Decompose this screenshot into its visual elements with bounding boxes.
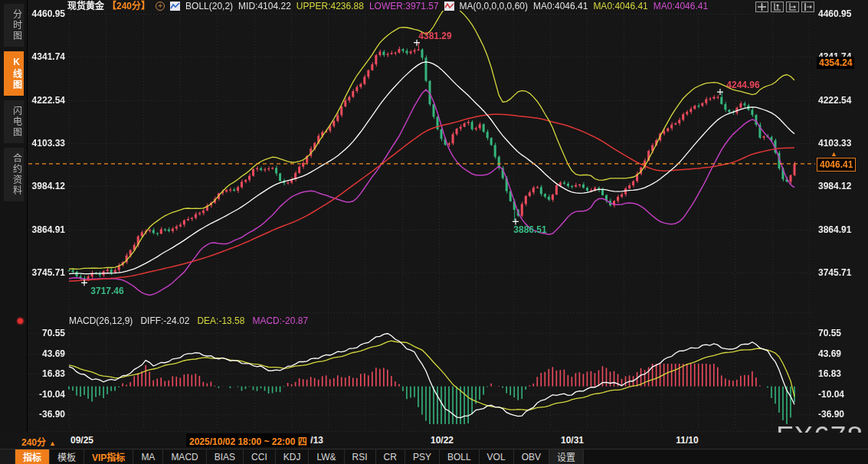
macd-indicator-bar: MACD(26,12,9) DIFF:-24.02 DEA:-13.58 MAC… bbox=[69, 315, 308, 326]
y-axis-label-left: 4222.54 bbox=[28, 95, 65, 106]
window-icons bbox=[755, 2, 814, 12]
current-price-tag: 4046.41 bbox=[817, 158, 856, 172]
y-axis-label-left: 3864.91 bbox=[28, 224, 65, 235]
macd-axis-label-left: 43.69 bbox=[28, 348, 65, 359]
y-axis-label-left: 4341.74 bbox=[28, 51, 65, 62]
toolbar-item-7[interactable]: CCI bbox=[244, 449, 276, 464]
sidebar-item-4[interactable]: 合约资料 bbox=[4, 148, 24, 201]
circle-plus-icon[interactable]: + bbox=[156, 2, 165, 11]
y-axis-label-right: 3745.71 bbox=[818, 267, 855, 278]
chart-application: 现货黄金 【240分】 + BOLL(20,2) MID:4104.22 UPP… bbox=[0, 0, 868, 464]
toolbar-item-16[interactable]: 设置 bbox=[549, 449, 584, 464]
ma-name: MA(0,0,0,0,0,60) bbox=[460, 1, 528, 11]
x-axis-tick: 11/10 bbox=[657, 435, 718, 446]
toolbar-item-10[interactable]: RSI bbox=[345, 449, 376, 464]
toolbar-item-4[interactable]: MA bbox=[133, 449, 163, 464]
sidebar-item-2[interactable]: K线图 bbox=[4, 51, 24, 96]
y-axis-label-right: 4460.95 bbox=[818, 8, 855, 19]
macd-axis-label-right: 43.69 bbox=[818, 348, 855, 359]
period-text: 240分 bbox=[21, 437, 46, 448]
macd-dea-value: DEA:-13.58 bbox=[197, 315, 244, 326]
toolbar-item-3[interactable]: VIP指标 bbox=[84, 449, 133, 464]
top-indicator-bar: 现货黄金 【240分】 + BOLL(20,2) MID:4104.22 UPP… bbox=[67, 1, 708, 11]
x-axis-tick: 10/31 bbox=[542, 435, 603, 446]
symbol-name: 现货黄金 bbox=[67, 1, 104, 11]
macd-diff-value: DIFF:-24.02 bbox=[140, 315, 189, 326]
toolbar-item-5[interactable]: MACD bbox=[163, 449, 206, 464]
selected-bar-date: 2025/10/02 18:00 ~ 22:00 四 bbox=[186, 433, 310, 447]
y-axis-label-left: 3984.12 bbox=[28, 181, 65, 191]
x-axis-row: 240分▲ 09/2510/1310/2210/3111/10 2025/10/… bbox=[0, 433, 868, 449]
toolbar-item-2[interactable]: 模板 bbox=[50, 449, 84, 464]
y-axis-label-left: 3745.71 bbox=[28, 267, 65, 278]
toolbar-item-6[interactable]: BIAS bbox=[207, 449, 244, 464]
macd-axis-label-left: 16.83 bbox=[28, 368, 65, 379]
macd-macd-value: MACD:-20.87 bbox=[252, 315, 308, 326]
toolbar-item-13[interactable]: BOLL bbox=[440, 449, 480, 464]
toolbar-item-12[interactable]: PSY bbox=[405, 449, 440, 464]
price-annotation-1: 4381.29 bbox=[418, 31, 451, 41]
upper-price-tag: 4354.24 bbox=[817, 57, 854, 69]
macd-axis-label-left: -36.90 bbox=[28, 409, 65, 420]
boll-lower-value: LOWER:3971.57 bbox=[369, 1, 439, 11]
toolbar-item-15[interactable]: OBV bbox=[514, 449, 549, 464]
macd-axis-label-right: -10.04 bbox=[818, 389, 855, 400]
y-axis-label-left: 4460.95 bbox=[28, 8, 65, 19]
macd-axis-label-right: 70.55 bbox=[818, 328, 855, 338]
zoom-horizontal-icon[interactable] bbox=[786, 2, 799, 12]
boll-name: BOLL(20,2) bbox=[185, 1, 233, 11]
price-annotation-4: 3717.46 bbox=[90, 286, 123, 296]
ma-indicator-icon bbox=[444, 2, 454, 11]
bottom-toolbar: 指标模板VIP指标MAMACDBIASCCIKDJLW&RSICRPSYBOLL… bbox=[0, 449, 868, 464]
toolbar-item-11[interactable]: CR bbox=[376, 449, 405, 464]
toolbar-item-14[interactable]: VOL bbox=[480, 449, 514, 464]
zoom-vertical-icon[interactable] bbox=[771, 2, 784, 12]
shift-right-icon[interactable] bbox=[801, 2, 814, 12]
sidebar-item-3[interactable]: 闪电图 bbox=[4, 100, 24, 143]
y-axis-label-right: 3984.12 bbox=[818, 181, 855, 191]
toolbar-item-8[interactable]: KDJ bbox=[276, 449, 310, 464]
left-sidebar: 分时图K线图闪电图合约资料 ✹ bbox=[0, 0, 28, 438]
sidebar-item-1[interactable]: 分时图 bbox=[4, 4, 24, 47]
price-annotation-2: 4244.96 bbox=[726, 80, 759, 90]
macd-axis-label-right: 16.83 bbox=[818, 368, 855, 379]
pan-icon[interactable] bbox=[755, 2, 768, 12]
period-badge: 【240分】 bbox=[107, 1, 150, 11]
toolbar-item-9[interactable]: LW& bbox=[309, 449, 344, 464]
x-axis-tick: 10/22 bbox=[411, 435, 473, 446]
y-axis-label-right: 3864.91 bbox=[818, 224, 855, 235]
ma-value-2: MA0:4046.41 bbox=[593, 1, 647, 11]
x-axis-tick: 09/25 bbox=[51, 435, 113, 446]
boll-mid-value: MID:4104.22 bbox=[238, 1, 291, 11]
boll-indicator-icon bbox=[170, 2, 180, 11]
y-axis-label-right: 4103.33 bbox=[818, 138, 855, 149]
toolbar-corner-button[interactable] bbox=[0, 449, 15, 464]
ma-value-3: MA0:4046.41 bbox=[653, 1, 708, 11]
y-axis-label-right: 4222.54 bbox=[818, 95, 855, 106]
macd-axis-label-right: -36.90 bbox=[818, 409, 855, 420]
macd-axis-label-left: -10.04 bbox=[28, 389, 65, 400]
macd-axis-label-left: 70.55 bbox=[28, 328, 65, 338]
price-annotation-3: 3886.51 bbox=[513, 224, 546, 235]
macd-name: MACD(26,12,9) bbox=[69, 315, 133, 326]
hot-indicator-icon[interactable]: ✹ bbox=[16, 315, 25, 327]
price-arrow-icon: ▲ bbox=[830, 150, 837, 158]
toolbar-item-1[interactable]: 指标 bbox=[15, 449, 50, 464]
y-axis-label-left: 4103.33 bbox=[28, 138, 65, 149]
chart-canvas[interactable] bbox=[0, 0, 868, 464]
ma-value-1: MA0:4046.41 bbox=[533, 1, 588, 11]
boll-upper-value: UPPER:4236.88 bbox=[296, 1, 364, 11]
